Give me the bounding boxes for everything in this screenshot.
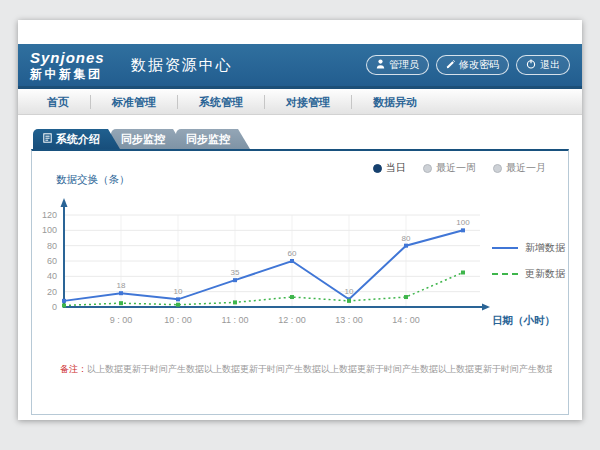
- svg-text:20: 20: [47, 287, 57, 297]
- nav-item-home[interactable]: 首页: [26, 95, 90, 109]
- brand-logo-cn: 新中新集团: [30, 68, 105, 80]
- tab-label: 同步监控: [121, 132, 165, 147]
- legend-item-updated-data: 更新数据: [492, 267, 565, 281]
- solid-line-icon: [492, 247, 518, 249]
- page-card: Synjones 新中新集团 数据资源中心 管理员 修改密码 退出: [18, 20, 582, 420]
- admin-user-button[interactable]: 管理员: [366, 55, 429, 75]
- footer-note: 备注：以上数据更新于时间产生数据以上数据更新于时间产生数据以上数据更新于时间产生…: [60, 363, 552, 376]
- nav-item-data-change[interactable]: 数据异动: [351, 95, 438, 109]
- logout-button[interactable]: 退出: [516, 55, 570, 75]
- note-prefix: 备注：: [60, 364, 87, 374]
- svg-text:80: 80: [47, 241, 57, 251]
- app-header: Synjones 新中新集团 数据资源中心 管理员 修改密码 退出: [18, 44, 582, 86]
- range-filter-group: 当日 最近一周 最近一月: [373, 161, 546, 175]
- svg-text:11 : 00: 11 : 00: [222, 315, 249, 325]
- svg-text:10 : 00: 10 : 00: [164, 315, 192, 325]
- svg-text:80: 80: [402, 234, 411, 243]
- admin-user-label: 管理员: [389, 58, 419, 72]
- change-password-label: 修改密码: [459, 58, 499, 72]
- tab-bar: 系统介绍 同步监控 同步监控: [33, 129, 569, 149]
- chart-y-axis-title: 数据交换（条）: [56, 173, 130, 187]
- radio-dot-icon: [423, 164, 432, 173]
- svg-text:10: 10: [174, 287, 183, 296]
- svg-text:60: 60: [288, 249, 297, 258]
- content-area: 系统介绍 同步监控 同步监控 当日 最近一周: [18, 115, 582, 415]
- chart-panel: 当日 最近一周 最近一月 数据交换（条） 0204060801001209 : …: [31, 149, 569, 415]
- brand-logo-en: Synjones: [30, 50, 105, 65]
- logout-label: 退出: [540, 58, 560, 72]
- user-icon: [376, 59, 385, 71]
- power-icon: [526, 59, 536, 71]
- svg-text:日期（小时）: 日期（小时）: [492, 314, 555, 327]
- radio-label: 最近一月: [506, 161, 546, 175]
- legend-item-new-data: 新增数据: [492, 241, 565, 255]
- header-actions: 管理员 修改密码 退出: [366, 55, 570, 75]
- svg-text:12 : 00: 12 : 00: [278, 315, 306, 325]
- svg-text:13 : 00: 13 : 00: [335, 315, 363, 325]
- tab-system-intro[interactable]: 系统介绍: [33, 129, 120, 149]
- svg-text:35: 35: [231, 268, 240, 277]
- tab-sync-monitor-1[interactable]: 同步监控: [111, 129, 185, 149]
- svg-text:14 : 00: 14 : 00: [392, 315, 420, 325]
- nav-item-standard-mgmt[interactable]: 标准管理: [90, 95, 177, 109]
- svg-text:60: 60: [47, 256, 57, 266]
- brand-logo[interactable]: Synjones 新中新集团: [30, 50, 105, 80]
- tab-label: 同步监控: [186, 132, 230, 147]
- radio-dot-icon: [373, 164, 382, 173]
- nav-item-system-mgmt[interactable]: 系统管理: [177, 95, 264, 109]
- chart-legend: 新增数据 更新数据: [492, 241, 565, 281]
- dashed-line-icon: [492, 273, 518, 275]
- edit-icon: [446, 59, 455, 71]
- svg-text:100: 100: [456, 218, 470, 227]
- svg-text:120: 120: [42, 210, 57, 220]
- radio-today[interactable]: 当日: [373, 161, 406, 175]
- svg-text:100: 100: [42, 225, 57, 235]
- legend-label: 新增数据: [525, 241, 565, 255]
- radio-last-week[interactable]: 最近一周: [423, 161, 476, 175]
- document-icon: [43, 133, 52, 145]
- radio-dot-icon: [493, 164, 502, 173]
- radio-last-month[interactable]: 最近一月: [493, 161, 546, 175]
- note-text: 以上数据更新于时间产生数据以上数据更新于时间产生数据以上数据更新于时间产生数据以…: [87, 364, 552, 374]
- radio-label: 当日: [386, 161, 406, 175]
- change-password-button[interactable]: 修改密码: [436, 55, 509, 75]
- tab-sync-monitor-2[interactable]: 同步监控: [176, 129, 250, 149]
- legend-label: 更新数据: [525, 267, 565, 281]
- svg-text:40: 40: [47, 271, 57, 281]
- tab-label: 系统介绍: [56, 132, 100, 147]
- main-nav: 首页 标准管理 系统管理 对接管理 数据异动: [18, 86, 582, 115]
- app-title: 数据资源中心: [131, 56, 233, 75]
- svg-text:0: 0: [52, 302, 57, 312]
- svg-text:10: 10: [345, 287, 354, 296]
- svg-text:9 : 00: 9 : 00: [110, 315, 133, 325]
- nav-item-interface-mgmt[interactable]: 对接管理: [264, 95, 351, 109]
- radio-label: 最近一周: [436, 161, 476, 175]
- svg-text:18: 18: [117, 281, 126, 290]
